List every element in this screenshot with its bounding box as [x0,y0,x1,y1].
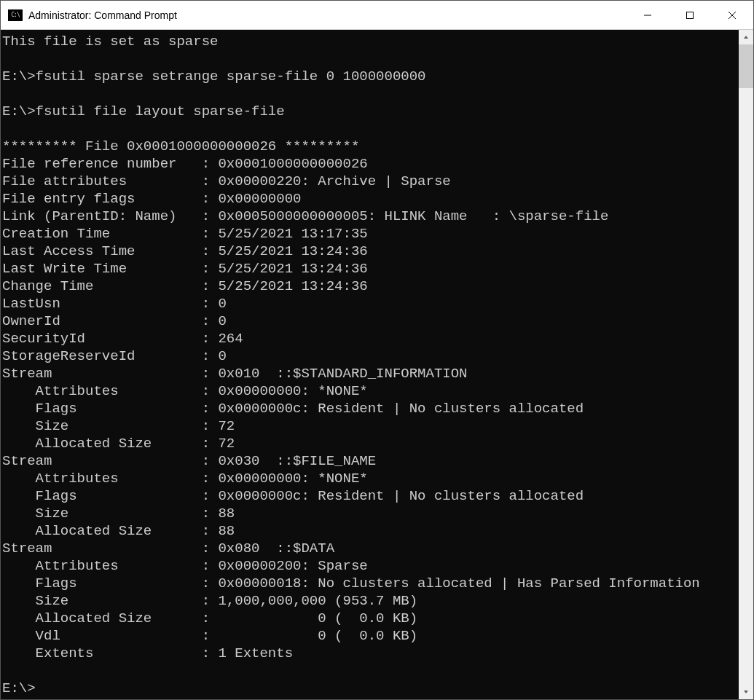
minimize-button[interactable] [627,1,669,29]
console-output[interactable]: This file is set as sparse E:\>fsutil sp… [1,30,739,699]
scroll-up-button[interactable] [739,30,753,44]
titlebar[interactable]: C:\ Administrator: Command Prompt [1,1,753,30]
console-area: This file is set as sparse E:\>fsutil sp… [1,30,753,699]
cmd-icon: C:\ [8,9,23,21]
maximize-button[interactable] [669,1,711,29]
close-button[interactable] [711,1,753,29]
svg-rect-1 [687,12,694,18]
vertical-scrollbar[interactable] [739,30,753,699]
svg-marker-5 [744,691,748,693]
window-title: Administrator: Command Prompt [28,9,627,21]
window-controls [627,1,753,29]
scroll-down-button[interactable] [739,685,753,699]
svg-marker-4 [744,36,748,39]
scroll-thumb[interactable] [739,44,753,88]
